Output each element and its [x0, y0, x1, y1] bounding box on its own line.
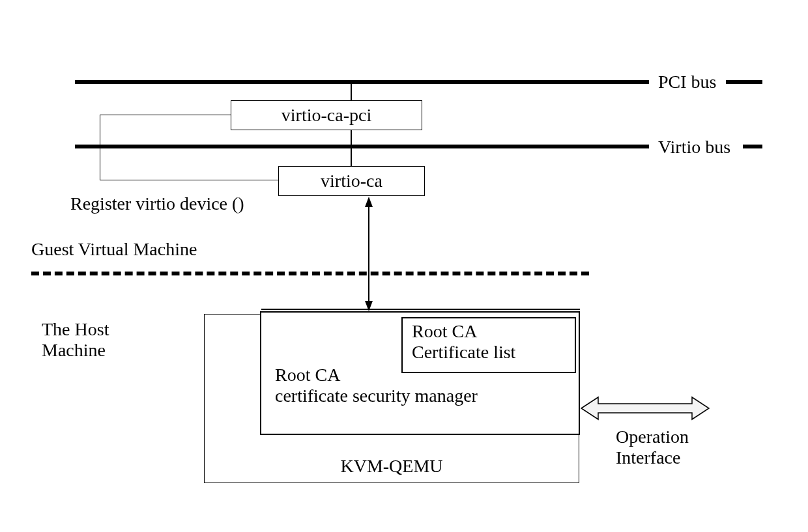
- operation-interface-line2: Interface: [616, 447, 680, 468]
- operation-interface-line1: Operation: [616, 427, 689, 447]
- diagram-canvas: PCI bus virtio-ca-pci Virtio bus virtio-…: [0, 0, 808, 532]
- svg-marker-3: [581, 397, 709, 419]
- operation-interface-label: Operation Interface: [616, 427, 689, 468]
